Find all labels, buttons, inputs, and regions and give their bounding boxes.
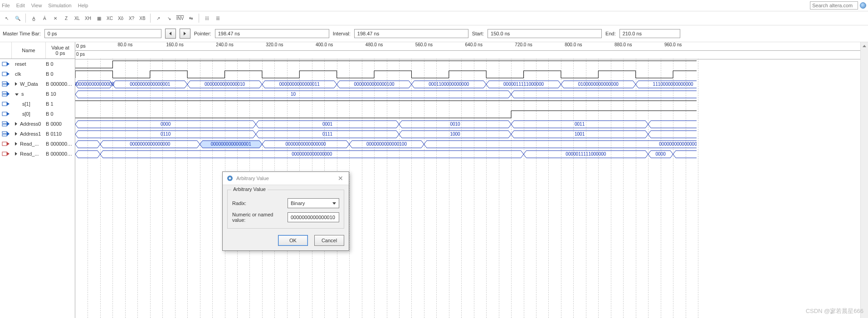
signal-row[interactable]: W_DataB 00000000... [0, 79, 75, 89]
tool-inv-icon[interactable]: INV [175, 13, 185, 23]
menu-file[interactable]: File [2, 3, 10, 8]
signal-name: Read_... [11, 141, 44, 147]
svg-text:0000000000000001: 0000000000000001 [130, 82, 170, 87]
bus-icon [0, 91, 11, 97]
ruler-tick: 320.0 ns [266, 42, 283, 47]
tool-xc-icon[interactable]: XC [105, 13, 115, 23]
value-label: Numeric or named value: [232, 212, 288, 223]
bus-icon [0, 121, 11, 127]
svg-text:0000000000000011: 0000000000000011 [279, 82, 320, 87]
svg-text:0000000000000010: 0000000000000010 [205, 82, 245, 87]
start-value[interactable]: 150.0 ns [488, 29, 602, 38]
expand-icon[interactable] [15, 93, 19, 96]
waveform-row[interactable]: 1011 [75, 89, 868, 99]
svg-rect-7 [2, 112, 7, 116]
svg-text:0000000000000001: 0000000000000001 [211, 142, 251, 147]
time-marker[interactable]: 0 ps [76, 52, 85, 57]
name-column-header[interactable]: Name [12, 42, 46, 59]
waveform-row[interactable]: 011001111000100110101011 [75, 129, 868, 139]
waveform-row[interactable] [75, 99, 868, 109]
signal-row[interactable]: s[0]B 0 [0, 109, 75, 119]
tool-xe-icon[interactable]: Ǎ [39, 13, 49, 23]
tool-a-icon[interactable]: A̲ [29, 13, 39, 23]
ok-button[interactable]: OK [278, 235, 308, 246]
svg-rect-6 [2, 102, 7, 106]
bus-icon [0, 131, 11, 137]
signal-row[interactable]: Address1B 0110 [0, 129, 75, 139]
end-value[interactable]: 210.0 ns [619, 29, 680, 38]
svg-text:0000000000000000: 0000000000000000 [75, 82, 114, 87]
vertical-scrollbar[interactable] [860, 42, 868, 318]
tool-xq-icon[interactable]: X? [127, 13, 137, 23]
svg-rect-10 [2, 132, 7, 133]
pointer-value: 198.47 ns [215, 29, 329, 38]
svg-rect-8 [2, 122, 7, 123]
interval-value: 198.47 ns [354, 29, 468, 38]
tool-r3-icon[interactable]: ⇆ [186, 13, 196, 23]
waveform-row[interactable] [75, 59, 868, 69]
signal-row[interactable]: resetB 0 [0, 59, 75, 69]
zoom-tool-icon[interactable]: 🔍 [13, 13, 23, 23]
signal-row[interactable]: Read_...B 00000000... [0, 149, 75, 159]
waveform-row[interactable]: 0000000000000000000000000000000100000000… [75, 79, 868, 89]
tool-xb-icon[interactable]: XB [137, 13, 147, 23]
signal-value: B 00000000... [44, 141, 75, 147]
signal-name: Address1 [11, 131, 44, 137]
menu-simulation[interactable]: Simulation [48, 3, 71, 8]
tool-z-icon[interactable]: Z [61, 13, 71, 23]
waveform-row[interactable]: 0000000000000000000001111100000000001110… [75, 149, 868, 159]
expand-icon[interactable] [15, 122, 17, 126]
search-input[interactable] [810, 1, 858, 10]
cancel-button[interactable]: Cancel [314, 235, 344, 246]
svg-text:0100000000000000: 0100000000000000 [578, 82, 619, 87]
output-pin-icon [0, 151, 11, 157]
tool-del-icon[interactable]: ✕ [50, 13, 60, 23]
signal-name: reset [11, 61, 44, 67]
tool-xo-icon[interactable]: Xō [116, 13, 126, 23]
signal-row[interactable]: Read_...B 00000000... [0, 139, 75, 149]
signal-row[interactable]: clkB 0 [0, 69, 75, 79]
expand-icon[interactable] [15, 142, 17, 146]
tool-grp2-icon[interactable]: ☰ [213, 13, 223, 23]
svg-text:0000000000000100: 0000000000000100 [366, 142, 407, 147]
mtb-value[interactable]: 0 ps [44, 29, 161, 38]
signal-row[interactable]: s[1]B 1 [0, 99, 75, 109]
svg-text:0000011111000000: 0000011111000000 [566, 152, 606, 157]
tool-r2-icon[interactable]: ↘ [164, 13, 174, 23]
menu-edit[interactable]: Edit [16, 3, 25, 8]
waveform-row[interactable]: 0000000000000000000000000000000100000000… [75, 139, 868, 149]
expand-icon[interactable] [15, 132, 17, 136]
tool-grp1-icon[interactable]: ☷ [202, 13, 212, 23]
signal-value: B 00000000... [44, 81, 75, 87]
tool-xh-icon[interactable]: XH [83, 13, 93, 23]
value-input[interactable]: 0000000000000010 [288, 212, 339, 222]
globe-icon[interactable] [860, 2, 866, 9]
svg-rect-0 [2, 62, 7, 66]
pointer-tool-icon[interactable]: ↖ [2, 13, 12, 23]
waveform-panel[interactable]: 0 ps 80.0 ns160.0 ns240.0 ns320.0 ns400.… [75, 42, 868, 318]
svg-text:0000000000000100: 0000000000000100 [354, 82, 395, 87]
tool-r1-icon[interactable]: ↗ [153, 13, 163, 23]
value-column-header[interactable]: Value at 0 ps [46, 42, 75, 59]
tool-grid-icon[interactable]: ▦ [94, 13, 104, 23]
menu-bar: FileEditViewSimulationHelp [0, 0, 868, 11]
expand-icon[interactable] [15, 82, 17, 86]
menu-view[interactable]: View [31, 3, 42, 8]
svg-text:0110: 0110 [161, 132, 171, 137]
tool-xl-icon[interactable]: XL [72, 13, 82, 23]
signal-row[interactable]: sB 10 [0, 89, 75, 99]
waveform-row[interactable] [75, 109, 868, 119]
dialog-close-button[interactable]: ✕ [336, 174, 345, 183]
waveform-row[interactable]: 000000010010001101000101 [75, 119, 868, 129]
mtb-next-button[interactable] [180, 29, 190, 39]
svg-text:0000000000000000: 0000000000000000 [292, 152, 332, 157]
radix-select[interactable]: Binary [288, 198, 339, 208]
expand-icon[interactable] [15, 152, 17, 156]
input-pin-icon [0, 111, 11, 117]
waveform-row[interactable] [75, 69, 868, 79]
signal-row[interactable]: Address0B 0000 [0, 119, 75, 129]
menu-help[interactable]: Help [78, 3, 88, 8]
svg-text:0000000000000000: 0000000000000000 [659, 142, 697, 147]
svg-rect-1 [2, 72, 7, 76]
mtb-prev-button[interactable] [165, 29, 176, 39]
